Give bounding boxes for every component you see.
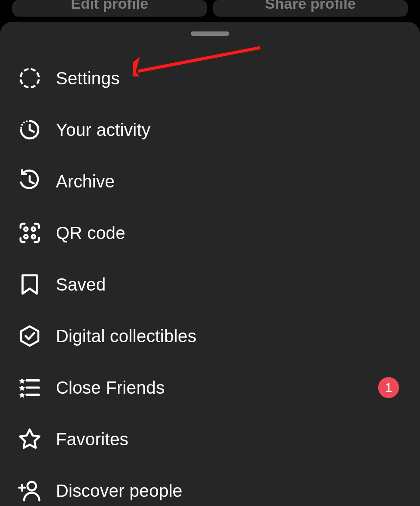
menu-label: Your activity [56, 120, 151, 140]
share-profile-button[interactable]: Share profile [213, 0, 408, 17]
archive-icon [17, 169, 42, 194]
svg-point-10 [20, 127, 22, 129]
menu-label: Favorites [56, 430, 128, 449]
notification-badge: 1 [378, 377, 399, 398]
svg-point-11 [21, 124, 23, 126]
edit-profile-button[interactable]: Edit profile [12, 0, 207, 17]
svg-point-16 [24, 235, 28, 239]
menu-item-discover-people[interactable]: Discover people [0, 465, 420, 506]
svg-point-12 [23, 121, 25, 123]
svg-point-17 [32, 235, 35, 239]
menu-item-saved[interactable]: Saved [0, 259, 420, 310]
gear-icon [17, 66, 42, 90]
sheet-grabber[interactable] [191, 31, 229, 36]
svg-marker-25 [19, 392, 25, 398]
menu-label: Settings [56, 69, 120, 88]
qr-icon [17, 221, 42, 245]
discover-people-icon [17, 478, 42, 503]
svg-marker-24 [19, 385, 25, 391]
activity-icon [17, 118, 42, 142]
svg-point-14 [24, 227, 28, 231]
saved-icon [17, 272, 42, 297]
menu-item-digital-collectibles[interactable]: Digital collectibles [0, 310, 420, 362]
options-bottom-sheet: Settings Your activity [0, 22, 420, 506]
svg-marker-19 [21, 326, 38, 346]
menu-label: QR code [56, 223, 125, 243]
svg-point-15 [32, 227, 35, 231]
menu-label: Archive [56, 172, 115, 191]
menu-label: Saved [56, 275, 106, 295]
menu-item-qr-code[interactable]: QR code [0, 207, 420, 259]
collectibles-icon [17, 324, 42, 348]
svg-marker-18 [23, 275, 37, 294]
menu-label: Digital collectibles [56, 326, 196, 346]
menu-list: Settings Your activity [0, 52, 420, 506]
star-icon [17, 427, 42, 451]
svg-point-13 [26, 121, 28, 122]
menu-item-settings[interactable]: Settings [0, 52, 420, 104]
share-profile-label: Share profile [265, 0, 356, 11]
close-friends-icon [17, 375, 42, 400]
svg-point-27 [28, 482, 36, 491]
menu-label: Discover people [56, 481, 182, 501]
menu-label: Close Friends [56, 378, 165, 398]
svg-marker-23 [19, 378, 25, 384]
menu-item-archive[interactable]: Archive [0, 156, 420, 207]
svg-marker-26 [20, 430, 39, 448]
svg-point-1 [26, 75, 33, 82]
edit-profile-label: Edit profile [71, 0, 148, 11]
menu-item-favorites[interactable]: Favorites [0, 413, 420, 465]
menu-item-close-friends[interactable]: Close Friends 1 [0, 362, 420, 413]
menu-item-your-activity[interactable]: Your activity [0, 104, 420, 156]
